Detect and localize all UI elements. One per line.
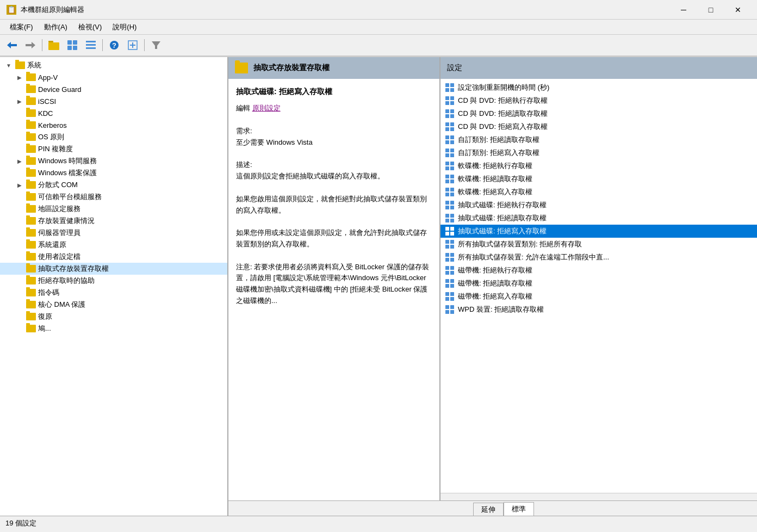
settings-list[interactable]: 設定強制重新開機的時間 (秒) CD 與 DVD: 拒絕執行存取權 CD 與 D… — [440, 79, 757, 493]
svg-rect-25 — [445, 109, 449, 113]
svg-rect-4 — [67, 40, 72, 45]
expand-button[interactable] — [124, 37, 141, 53]
setting-policy-icon — [445, 279, 455, 288]
folder-icon — [26, 121, 36, 129]
svg-rect-77 — [445, 279, 449, 283]
svg-rect-63 — [445, 232, 449, 236]
tree-item[interactable]: 系統還原 — [0, 239, 227, 251]
setting-item[interactable]: CD 與 DVD: 拒絕寫入存取權 — [440, 120, 757, 133]
svg-rect-28 — [450, 114, 454, 118]
tree-pane: ▼系統▶App-VDevice Guard▶iSCSIKDCKerberosOS… — [0, 57, 228, 516]
setting-item[interactable]: CD 與 DVD: 拒絕讀取存取權 — [440, 107, 757, 120]
tree-item[interactable]: KDC — [0, 107, 227, 119]
tree-item[interactable]: 鳩... — [0, 323, 227, 335]
svg-rect-7 — [73, 46, 77, 50]
tree-item[interactable]: 核心 DMA 保護 — [0, 299, 227, 311]
setting-item[interactable]: 抽取式磁碟: 拒絕寫入存取權 — [440, 225, 757, 238]
tab-extended[interactable]: 延伸 — [473, 503, 504, 516]
setting-item-label: 軟碟機: 拒絕寫入存取權 — [458, 187, 532, 197]
setting-item[interactable]: 抽取式磁碟: 拒絕執行存取權 — [440, 199, 757, 212]
tab-standard[interactable]: 標準 — [504, 502, 534, 516]
back-button[interactable] — [3, 37, 21, 53]
svg-rect-2 — [48, 42, 59, 50]
tree-item[interactable]: ▼系統 — [0, 59, 227, 71]
tree-item[interactable]: 指令碼 — [0, 287, 227, 299]
tree-item[interactable]: Device Guard — [0, 83, 227, 95]
tree-item[interactable]: 使用者設定檔 — [0, 251, 227, 263]
minimize-button[interactable]: ─ — [671, 2, 696, 18]
tree-item[interactable]: ▶Windows 時間服務 — [0, 155, 227, 167]
setting-item[interactable]: 所有抽取式儲存裝置: 允許在遠端工作階段中直... — [440, 251, 757, 264]
svg-rect-33 — [445, 135, 449, 139]
filter-button[interactable] — [147, 37, 165, 53]
tree-item[interactable]: ▶App-V — [0, 71, 227, 83]
setting-item-label: 所有抽取式儲存裝置: 允許在遠端工作階段中直... — [458, 252, 609, 262]
tree-toggle-icon: ▶ — [15, 158, 24, 164]
setting-item[interactable]: 抽取式磁碟: 拒絕讀取存取權 — [440, 212, 757, 225]
setting-item[interactable]: 軟碟機: 拒絕寫入存取權 — [440, 185, 757, 199]
setting-item[interactable]: 自訂類別: 拒絕讀取存取權 — [440, 133, 757, 146]
tree-item[interactable]: ▶分散式 COM — [0, 179, 227, 191]
settings-hscroll[interactable] — [440, 493, 757, 500]
svg-rect-58 — [450, 214, 454, 218]
setting-item-label: 磁帶機: 拒絕讀取存取權 — [458, 279, 532, 288]
setting-item[interactable]: 自訂類別: 拒絕寫入存取權 — [440, 146, 757, 159]
forward-button[interactable] — [22, 37, 39, 53]
tree-item[interactable]: ▶iSCSI — [0, 95, 227, 107]
setting-policy-icon — [445, 252, 455, 262]
maximize-button[interactable]: □ — [698, 2, 723, 18]
tree-item[interactable]: 伺服器管理員 — [0, 227, 227, 239]
setting-item[interactable]: 所有抽取式儲存裝置類別: 拒絕所有存取 — [440, 238, 757, 251]
tree-item-label: KDC — [38, 109, 53, 117]
svg-rect-52 — [450, 193, 454, 196]
folder-icon — [26, 313, 36, 320]
setting-item[interactable]: 軟碟機: 拒絕讀取存取權 — [440, 172, 757, 185]
tree-item[interactable]: 復原 — [0, 311, 227, 323]
setting-item[interactable]: 設定強制重新開機的時間 (秒) — [440, 81, 757, 94]
tree-item-label: 伺服器管理員 — [38, 228, 80, 238]
policy-desc-text3: 如果您停用或未設定這個原則設定，就會允許對此抽取式儲存裝置類別的寫入存取權。 — [236, 228, 427, 248]
setting-item-label: 磁帶機: 拒絕執行存取權 — [458, 265, 532, 275]
setting-item[interactable]: CD 與 DVD: 拒絕執行存取權 — [440, 94, 757, 107]
setting-policy-icon — [445, 161, 455, 171]
svg-rect-34 — [450, 135, 454, 139]
tree-item[interactable]: Kerberos — [0, 119, 227, 131]
setting-item[interactable]: 磁帶機: 拒絕寫入存取權 — [440, 290, 757, 303]
policy-edit-link[interactable]: 原則設定 — [252, 104, 281, 112]
folder-icon — [26, 133, 36, 141]
setting-item-label: 抽取式磁碟: 拒絕執行存取權 — [458, 200, 547, 210]
tree-item[interactable]: 可信賴平台模組服務 — [0, 191, 227, 203]
svg-rect-66 — [450, 240, 454, 244]
setting-item[interactable]: 軟碟機: 拒絕執行存取權 — [440, 159, 757, 172]
list-button[interactable] — [82, 37, 100, 53]
tree-item[interactable]: OS 原則 — [0, 131, 227, 143]
help-button[interactable]: ? — [106, 37, 123, 53]
folder-icon — [15, 61, 25, 69]
menu-view[interactable]: 檢視(V) — [73, 21, 107, 34]
policy-description: 描述: 這個原則設定會拒絕抽取式磁碟的寫入存取權。 如果您啟用這個原則設定，就會… — [236, 159, 432, 306]
setting-item[interactable]: WPD 裝置: 拒絕讀取存取權 — [440, 303, 757, 316]
tree-item[interactable]: 存放裝置健康情況 — [0, 215, 227, 227]
setting-item[interactable]: 磁帶機: 拒絕讀取存取權 — [440, 277, 757, 290]
tree-item[interactable]: 拒絕存取時的協助 — [0, 275, 227, 287]
menu-help[interactable]: 說明(H) — [107, 21, 142, 34]
svg-rect-35 — [445, 140, 449, 144]
tree-item[interactable]: PIN 複雜度 — [0, 143, 227, 155]
tree-item[interactable]: 地區設定服務 — [0, 203, 227, 215]
tree-item-label: App-V — [38, 73, 58, 82]
toolbar-separator-3 — [144, 39, 145, 51]
folder-icon — [26, 277, 36, 284]
menu-file[interactable]: 檔案(F) — [4, 21, 39, 34]
close-button[interactable]: ✕ — [725, 2, 750, 18]
tree-item[interactable]: Windows 檔案保護 — [0, 167, 227, 179]
setting-item[interactable]: 磁帶機: 拒絕執行存取權 — [440, 264, 757, 277]
folder-icon — [26, 217, 36, 225]
folder-button[interactable] — [45, 37, 63, 53]
tree-content[interactable]: ▼系統▶App-VDevice Guard▶iSCSIKDCKerberosOS… — [0, 57, 227, 516]
tree-item[interactable]: 抽取式存放裝置存取權 — [0, 263, 227, 275]
svg-text:?: ? — [112, 41, 116, 50]
menu-action[interactable]: 動作(A) — [39, 21, 73, 34]
svg-rect-68 — [450, 245, 454, 249]
grid-button[interactable] — [64, 37, 81, 53]
svg-rect-47 — [445, 180, 449, 183]
